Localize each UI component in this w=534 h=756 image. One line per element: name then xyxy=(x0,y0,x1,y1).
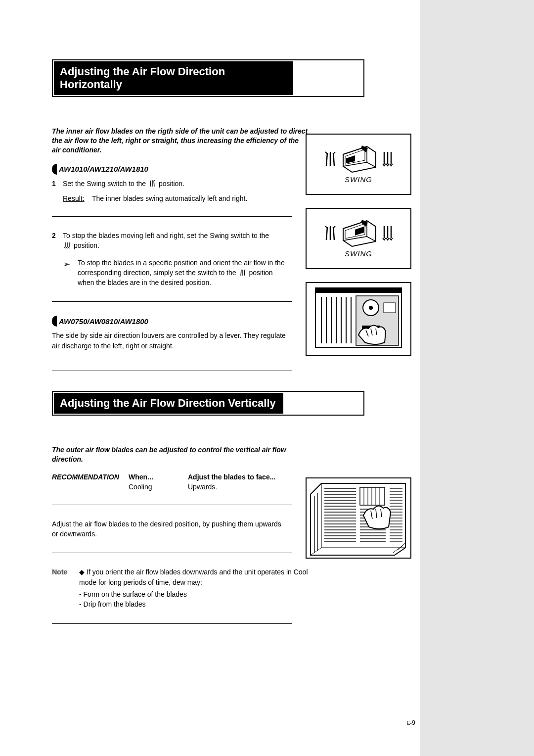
when-header: When... xyxy=(129,473,188,481)
swing-label: SWING xyxy=(345,175,372,184)
models-b-text: The side by side air direction louvers a… xyxy=(52,331,289,351)
manual-page: Adjusting the Air Flow Direction Horizon… xyxy=(0,0,534,756)
swing-oscillate-icon xyxy=(323,225,337,242)
page-number: E-9 xyxy=(407,719,415,726)
adjust-value: Upwards. xyxy=(188,483,217,491)
step1-number: 1 xyxy=(52,179,63,189)
svg-rect-13 xyxy=(384,303,396,313)
divider xyxy=(52,505,292,505)
swing-oscillate-icon xyxy=(149,180,156,187)
step2-number: 2 xyxy=(52,231,63,251)
figure-swing-on: SWING xyxy=(306,134,411,195)
result-label: Result: xyxy=(63,194,85,202)
step1-text-a: Set the Swing switch to the xyxy=(63,180,146,188)
swing-oscillate-icon xyxy=(239,269,246,276)
divider xyxy=(52,216,292,217)
heading-bullet-icon xyxy=(52,316,57,327)
section1-intro: The inner air flow blades on the rigth s… xyxy=(52,127,309,155)
section1-title: Adjusting the Air Flow Direction Horizon… xyxy=(54,61,293,95)
ac-louver-illustration xyxy=(307,283,410,355)
svg-point-11 xyxy=(369,306,373,310)
page-num-value: 9 xyxy=(412,719,415,726)
note-body: ◆If you orient the air flow blades downw… xyxy=(79,567,319,609)
section1-title-bar: Adjusting the Air Flow Direction Horizon… xyxy=(52,59,364,97)
heading-bullet-icon xyxy=(52,164,57,175)
step2-text-b: position. xyxy=(74,241,99,249)
section2-intro: The outer air flow blades can be adjuste… xyxy=(52,445,309,464)
recommendation-label: RECOMMENDATION xyxy=(52,473,129,481)
page-content: Adjusting the Air Flow Direction Horizon… xyxy=(0,0,534,624)
svg-rect-1 xyxy=(315,288,401,293)
step1-text: Set the Swing switch to the position. xyxy=(63,179,184,189)
step2-tip: ➢ To stop the blades in a specific posit… xyxy=(63,258,290,288)
note-label: Note xyxy=(52,567,79,609)
when-value: Cooling xyxy=(129,483,188,491)
step2-text: To stop the blades moving left and right… xyxy=(63,231,269,251)
step1: 1 Set the Swing switch to the position. xyxy=(52,179,289,189)
note-block: Note ◆If you orient the air flow blades … xyxy=(52,567,319,609)
step1-result: Result: The inner blades swing automatic… xyxy=(63,194,499,202)
section2-title: Adjusting the Air Flow Direction Vertica… xyxy=(54,393,283,414)
models-a-label: AW1010/AW1210/AW1810 xyxy=(59,165,148,173)
models-a-heading: AW1010/AW1210/AW1810 xyxy=(52,164,499,175)
tip-pointer-icon: ➢ xyxy=(63,258,78,288)
recommendation-row: Cooling Upwards. xyxy=(52,483,499,491)
swing-label: SWING xyxy=(345,249,372,258)
models-b-label: AW0750/AW0810/AW1800 xyxy=(59,317,148,326)
divider xyxy=(52,371,292,371)
step2: 2 To stop the blades moving left and rig… xyxy=(52,231,289,251)
swing-down-icon xyxy=(382,151,394,168)
step2-text-a: To stop the blades moving left and right… xyxy=(63,232,269,239)
divider xyxy=(52,553,292,553)
adjust-instruction: Adjust the air flow blades to the desire… xyxy=(52,519,289,539)
section2-title-bar: Adjusting the Air Flow Direction Vertica… xyxy=(52,391,364,416)
ac-vertical-illustration xyxy=(307,478,410,558)
step1-text-b: position. xyxy=(159,180,184,188)
swing-down-icon xyxy=(382,225,394,242)
switch-on-diagram-icon xyxy=(342,145,377,173)
page-prefix: E- xyxy=(407,720,412,726)
recommendation-header: RECOMMENDATION When... Adjust the blades… xyxy=(52,473,499,481)
divider xyxy=(52,623,292,624)
note-text: If you orient the air flow blades downwa… xyxy=(79,568,308,586)
models-b-heading: AW0750/AW0810/AW1800 xyxy=(52,316,499,327)
swing-down-icon xyxy=(64,242,71,249)
divider xyxy=(52,301,292,302)
tip-text: To stop the blades in a specific positio… xyxy=(78,258,290,288)
adjust-header: Adjust the blades to face... xyxy=(188,473,275,481)
swing-oscillate-icon xyxy=(323,151,337,168)
figure-louver-lever xyxy=(306,282,411,356)
figure-vertical-blades xyxy=(306,477,411,559)
note-bullet2: - Drip from the blades xyxy=(79,599,319,609)
result-text: The inner blades swing automatically lef… xyxy=(92,194,247,202)
note-bullet1: - Form on the surface of the blades xyxy=(79,589,319,599)
figure-swing-off: SWING xyxy=(306,208,411,269)
switch-off-diagram-icon xyxy=(342,220,377,247)
diamond-bullet-icon: ◆ xyxy=(79,568,85,576)
